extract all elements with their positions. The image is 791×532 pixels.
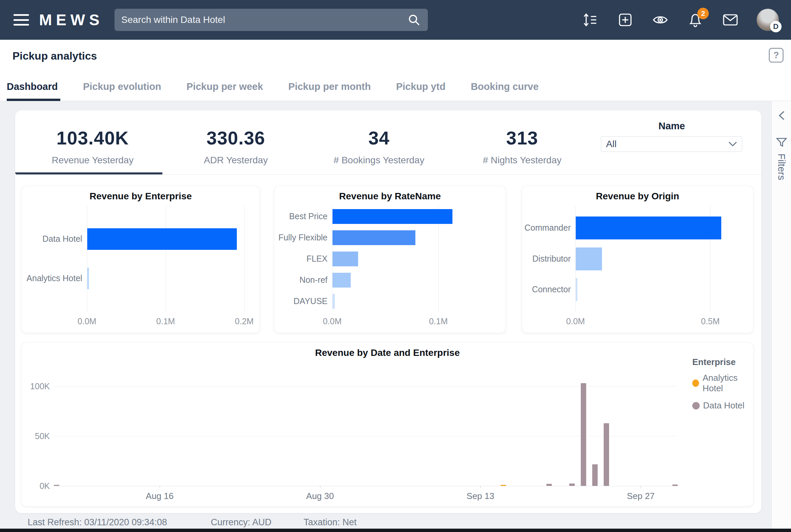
- page-header: Pickup analytics ?: [0, 40, 791, 72]
- avatar-initial-badge: D: [770, 21, 781, 32]
- chart-title: Revenue by Date and Enterprise: [22, 347, 753, 358]
- taxation-text: Taxation: Net: [303, 517, 357, 528]
- bar[interactable]: [592, 464, 597, 486]
- legend-item-data-hotel[interactable]: Data Hotel: [692, 400, 756, 411]
- kpi-revenue-yesterday[interactable]: 103.40K Revenue Yesterday: [25, 127, 160, 166]
- bar[interactable]: [87, 228, 237, 250]
- bar[interactable]: [501, 485, 506, 486]
- bar[interactable]: [54, 485, 59, 486]
- tab-booking-curve[interactable]: Booking curve: [471, 72, 538, 101]
- currency-text: Currency: AUD: [211, 517, 272, 528]
- tab-bar: Dashboard Pickup evolution Pickup per we…: [0, 72, 791, 101]
- x-axis-tick-label: 0.2M: [235, 317, 254, 326]
- bar[interactable]: [604, 423, 609, 486]
- gridline: [244, 206, 244, 312]
- tab-pickup-per-week[interactable]: Pickup per week: [187, 72, 263, 101]
- gridline: [87, 206, 87, 312]
- tab-pickup-ytd[interactable]: Pickup ytd: [396, 72, 446, 101]
- category-label: Data Hotel: [22, 234, 82, 244]
- last-refresh-text: Last Refresh: 03/11/2020 09:34:08: [27, 517, 167, 528]
- kpi-adr-yesterday[interactable]: 330.36 ADR Yesterday: [168, 127, 303, 166]
- watch-eye-icon[interactable]: [651, 11, 669, 28]
- filters-panel-label[interactable]: Filters: [776, 154, 787, 180]
- bar[interactable]: [332, 230, 416, 245]
- axis-tick-mark: [160, 486, 160, 488]
- gridline: [166, 206, 166, 312]
- x-axis-tick-label: 0.1M: [156, 317, 175, 326]
- x-axis-tick-label: Sep 13: [466, 491, 494, 501]
- kpi-label: ADR Yesterday: [168, 155, 303, 166]
- x-axis-tick-label: 0.0M: [566, 317, 585, 326]
- category-label: Analytics Hotel: [22, 273, 82, 283]
- bar[interactable]: [332, 251, 358, 266]
- notifications-bell-icon[interactable]: 2: [686, 11, 704, 28]
- name-filter-select[interactable]: All: [601, 136, 742, 152]
- y-axis-tick-label: 50K: [24, 431, 50, 441]
- bar[interactable]: [581, 383, 586, 486]
- top-icon-group: 2 D: [582, 0, 779, 40]
- bar[interactable]: [87, 268, 89, 289]
- global-search[interactable]: [114, 9, 428, 31]
- name-filter-value: All: [601, 139, 728, 150]
- row-density-icon[interactable]: [582, 11, 599, 28]
- chart-revenue-by-origin: Revenue by Origin 0.0M0.5MCommanderDistr…: [522, 186, 753, 332]
- category-label: Commander: [522, 223, 571, 233]
- top-bar: MEWS 2: [0, 0, 791, 40]
- bar[interactable]: [673, 484, 678, 486]
- kpi-label: # Bookings Yesterday: [312, 155, 446, 166]
- collapse-chevron-icon[interactable]: [777, 110, 786, 121]
- messages-mail-icon[interactable]: [722, 11, 739, 28]
- tab-dashboard[interactable]: Dashboard: [7, 72, 58, 101]
- kpi-divider: [15, 174, 761, 175]
- chart-title: Revenue by Enterprise: [22, 191, 259, 202]
- kpi-nights-yesterday[interactable]: 313 # Nights Yesterday: [455, 127, 590, 166]
- page-title: Pickup analytics: [13, 50, 97, 62]
- chart-revenue-by-date-and-enterprise: Revenue by Date and Enterprise Enterpris…: [22, 343, 753, 506]
- x-axis-tick-label: 0.0M: [77, 317, 96, 326]
- bar[interactable]: [332, 294, 334, 309]
- category-label: Non-ref: [275, 275, 328, 285]
- category-label: DAYUSE: [275, 296, 328, 306]
- legend-dot: [692, 379, 699, 387]
- category-label: Fully Flexible: [275, 233, 328, 243]
- tab-pickup-evolution[interactable]: Pickup evolution: [83, 72, 161, 101]
- menu-icon[interactable]: [14, 14, 29, 25]
- add-icon[interactable]: [617, 11, 634, 28]
- category-label: Distributor: [522, 254, 571, 264]
- chart-revenue-by-enterprise: Revenue by Enterprise 0.0M0.1M0.2MData H…: [22, 186, 259, 332]
- search-input[interactable]: [114, 15, 408, 25]
- tab-pickup-per-month[interactable]: Pickup per month: [288, 72, 371, 101]
- bar[interactable]: [547, 484, 552, 486]
- legend-item-analytics-hotel[interactable]: Analytics Hotel: [692, 373, 756, 394]
- bar[interactable]: [576, 278, 577, 301]
- avatar[interactable]: D: [757, 9, 779, 31]
- bar[interactable]: [576, 247, 602, 270]
- bar[interactable]: [576, 216, 721, 240]
- dashboard-card: 103.40K Revenue Yesterday 330.36 ADR Yes…: [15, 111, 761, 513]
- search-icon[interactable]: [408, 14, 420, 26]
- kpi-label: Revenue Yesterday: [25, 155, 160, 166]
- kpi-value: 330.36: [168, 127, 303, 149]
- bar[interactable]: [569, 483, 575, 486]
- x-axis-tick-label: 0.5M: [701, 317, 720, 326]
- chart-revenue-by-ratename: Revenue by RateName 0.0M0.1MBest PriceFu…: [275, 186, 505, 332]
- y-axis-tick-label: 0K: [24, 481, 50, 491]
- chevron-down-icon: [728, 141, 738, 148]
- filters-panel-toggle[interactable]: Filters: [771, 101, 791, 529]
- x-axis-tick-label: 0.0M: [323, 317, 342, 326]
- bottom-edge-strip: [0, 529, 791, 532]
- axis-tick-mark: [480, 486, 481, 488]
- help-icon[interactable]: ?: [769, 48, 784, 63]
- kpi-value: 103.40K: [25, 127, 160, 149]
- legend-title: Enterprise: [692, 357, 756, 367]
- x-axis-tick-label: Aug 30: [306, 491, 334, 501]
- axis-tick-mark: [641, 486, 641, 488]
- filter-funnel-icon[interactable]: [776, 137, 787, 148]
- status-footer: Last Refresh: 03/11/2020 09:34:08 Curren…: [0, 517, 771, 528]
- bar[interactable]: [332, 273, 351, 288]
- kpi-bookings-yesterday[interactable]: 34 # Bookings Yesterday: [312, 127, 446, 166]
- notification-count-badge[interactable]: 2: [697, 8, 709, 19]
- content-area: Filters 103.40K Revenue Yesterday 330.36…: [0, 101, 791, 532]
- bar[interactable]: [332, 209, 453, 224]
- chart-title: Revenue by RateName: [275, 191, 505, 202]
